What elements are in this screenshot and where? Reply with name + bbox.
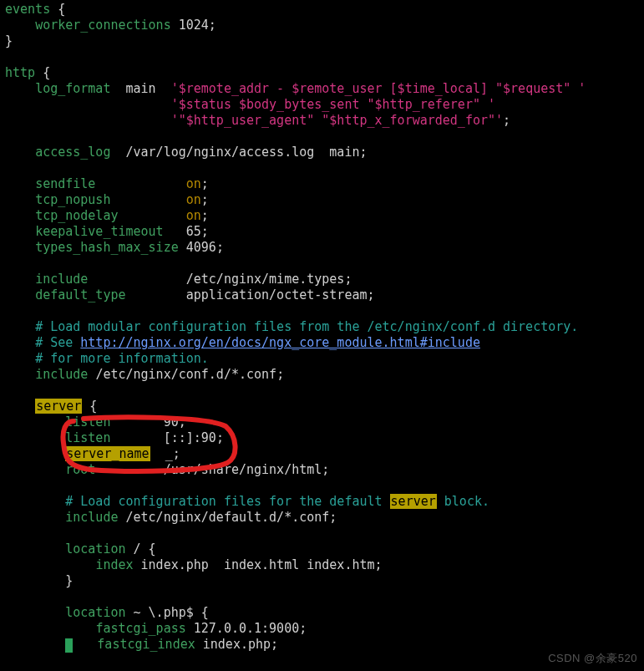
value-on: on <box>186 192 201 207</box>
server-highlight-inline: server <box>390 494 437 509</box>
index-values: index.php index.html index.htm <box>141 557 375 572</box>
default-type-value: application/octet-stream <box>186 287 368 302</box>
comment-load-default-pre: # Load configuration files for the defau… <box>65 494 389 509</box>
value-on: on <box>186 176 201 191</box>
keyword-http: http <box>5 65 35 80</box>
keyword-fastcgi-pass: fastcgi_pass <box>95 621 185 636</box>
keyword-listen: listen <box>65 430 110 445</box>
access-log-name: main <box>329 145 359 160</box>
keyword-listen: listen <box>65 414 110 430</box>
keyword-fastcgi-index: fastcgi_index <box>97 637 195 652</box>
keyword-include: include <box>35 367 88 382</box>
keyword-include: include <box>65 510 118 525</box>
value-on: on <box>186 208 201 223</box>
keyword-tcp-nodelay: tcp_nodelay <box>35 208 118 223</box>
keyword-default-type: default_type <box>35 287 125 302</box>
comment-more-info: # for more information. <box>35 351 209 366</box>
watermark: CSDN @余豪520 <box>548 650 637 666</box>
keyword-include: include <box>35 272 88 287</box>
keyword-keepalive-timeout: keepalive_timeout <box>35 224 164 239</box>
include-confd-path: /etc/nginx/conf.d/*.conf <box>95 367 276 382</box>
listen-port-2: [::]:90 <box>164 430 216 445</box>
keyword-index: index <box>95 557 133 572</box>
log-format-line1: '$remote_addr - $remote_user [$time_loca… <box>171 81 586 96</box>
include-default-path: /etc/nginx/default.d/*.conf <box>126 510 330 525</box>
server-name-value: _ <box>165 446 173 461</box>
keyword-root: root <box>65 462 95 477</box>
comment-see-prefix: # See <box>35 335 80 350</box>
keyword-server-highlight: server <box>35 399 82 414</box>
comment-load-default-post: block. <box>437 494 489 509</box>
keyword-access-log: access_log <box>35 145 110 160</box>
root-path: /usr/share/nginx/html <box>164 462 322 477</box>
keyword-types-hash: types_hash_max_size <box>35 240 179 255</box>
location-root-match: / <box>134 541 141 557</box>
keyword-location: location <box>65 605 125 620</box>
value-worker-connections: 1024 <box>179 18 209 33</box>
keyword-location: location <box>65 541 125 557</box>
mime-types-path: /etc/nginx/mime.types <box>186 272 345 287</box>
keyword-worker-connections: worker_connections <box>35 18 171 33</box>
keyword-sendfile: sendfile <box>35 176 95 191</box>
keyword-tcp-nopush: tcp_nopush <box>35 192 110 207</box>
fastcgi-pass-value: 127.0.0.1:9000 <box>194 621 299 636</box>
location-php-match: ~ \.php$ <box>134 605 194 620</box>
log-format-line2: '$status $body_bytes_sent "$http_referer… <box>171 97 495 112</box>
log-format-name: main <box>126 81 156 96</box>
listen-port-1: 90 <box>164 414 179 430</box>
keyword-server-name: server_name <box>65 446 150 461</box>
comment-see-url: http://nginx.org/en/docs/ngx_core_module… <box>80 335 480 350</box>
keyword-log-format: log_format <box>35 81 110 96</box>
comment-load-confd: # Load modular configuration files from … <box>35 319 578 334</box>
access-log-path: /var/log/nginx/access.log <box>126 145 315 160</box>
keyword-events: events <box>5 2 50 17</box>
cursor-icon <box>65 638 73 653</box>
value-types-hash: 4096 <box>186 240 216 255</box>
nginx-config-code: events { worker_connections 1024; } http… <box>0 0 644 653</box>
value-keepalive: 65 <box>186 224 201 239</box>
log-format-line3: '"$http_user_agent" "$http_x_forwarded_f… <box>171 113 503 128</box>
fastcgi-index-value: index.php <box>203 637 271 652</box>
